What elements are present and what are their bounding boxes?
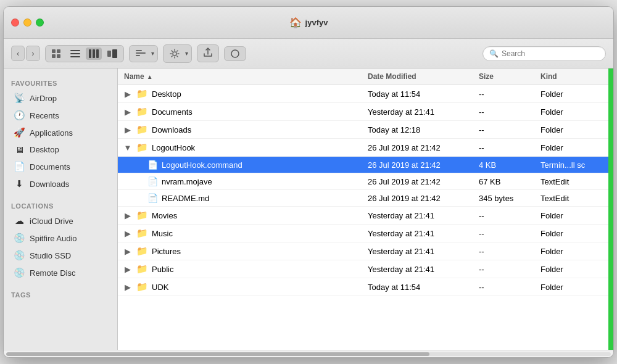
disclosure-collapsed-icon: ▶ [124,126,131,133]
file-size-cell: -- [473,86,534,102]
svg-rect-1 [57,49,60,53]
close-button[interactable] [11,19,19,27]
file-date-cell: Yesterday at 21:41 [362,262,473,277]
svg-rect-8 [93,49,95,58]
sidebar-item-spitfire[interactable]: 💿 Spitfire Audio [6,230,115,247]
window-title: 🏠 jyvfyv [289,17,328,28]
window-title-text: jyvfyv [305,18,328,27]
view-list-btn[interactable] [67,48,83,60]
col-header-date[interactable]: Date Modified [362,68,473,85]
svg-rect-11 [112,49,117,58]
desktop-icon: 🖥 [14,144,25,155]
svg-rect-4 [70,50,80,51]
bottom-scrollbar[interactable] [4,350,613,357]
tag-button[interactable] [224,46,246,61]
svg-rect-0 [52,49,56,53]
sidebar-item-studio[interactable]: 💿 Studio SSD [6,247,115,264]
folder-icon: 📁 [136,263,148,275]
maximize-button[interactable] [36,19,44,27]
minimize-button[interactable] [23,19,31,27]
no-disclosure [135,161,143,168]
file-date-cell: Yesterday at 21:41 [362,208,473,223]
file-name-text: README.md [162,194,209,203]
table-row[interactable]: ▶ 📁 Documents Yesterday at 21:41 -- Fold… [118,103,608,121]
table-row[interactable]: ▶ 📁 Public Yesterday at 21:41 -- Folder [118,260,608,278]
disclosure-collapsed-icon: ▶ [124,212,131,219]
file-date-text: Yesterday at 21:41 [368,107,434,117]
table-row[interactable]: ▶ 📁 UDK Today at 11:54 -- Folder [118,278,608,296]
action-btn[interactable] [167,47,183,60]
file-date-cell: Yesterday at 21:41 [362,244,473,259]
table-row[interactable]: ▶ 📁 Music Yesterday at 21:41 -- Folder [118,225,608,242]
sidebar-item-applications[interactable]: 🚀 Applications [6,124,115,141]
file-date-text: Yesterday at 21:41 [368,211,434,220]
disclosure-collapsed-icon: ▶ [124,247,131,255]
table-row[interactable]: ▶ 📁 Pictures Yesterday at 21:41 -- Folde… [118,242,608,260]
col-header-name[interactable]: Name ▲ [118,68,362,85]
view-icon-btn[interactable] [49,48,65,60]
folder-icon: 📁 [136,142,148,153]
folder-icon: 📁 [136,124,148,135]
sidebar-item-icloud[interactable]: ☁ iCloud Drive [6,212,115,230]
table-row[interactable]: ▶ 📁 Movies Yesterday at 21:41 -- Folder [118,207,608,225]
sidebar-item-desktop-label: Desktop [30,145,59,154]
file-size-cell: -- [473,262,534,277]
file-date-cell: Today at 11:54 [362,279,473,295]
file-size-text: 67 KB [479,177,500,186]
studio-icon: 💿 [14,250,25,261]
file-date-text: Today at 11:54 [368,283,420,292]
file-kind-text: Folder [540,89,563,99]
table-row[interactable]: 📄 LogoutHook.command 26 Jul 2019 at 21:4… [118,157,608,173]
sidebar-item-desktop[interactable]: 🖥 Desktop [6,141,115,158]
file-name-cell: 📄 README.md [118,190,362,206]
col-header-size[interactable]: Size [473,68,534,85]
table-row[interactable]: 📄 README.md 26 Jul 2019 at 21:42 345 byt… [118,190,608,207]
sidebar-item-documents[interactable]: 📄 Documents [6,158,115,175]
sidebar-item-documents-label: Documents [30,162,70,172]
file-kind-cell: Folder [534,208,608,223]
sidebar-item-recents[interactable]: 🕐 Recents [6,107,115,124]
table-row[interactable]: ▶ 📁 Desktop Today at 11:54 -- Folder [118,85,608,103]
file-kind-text: Folder [540,107,563,117]
arrange-btn[interactable] [133,48,149,60]
file-kind-text: Termin...ll sc [540,160,585,170]
file-kind-text: Folder [540,211,563,220]
file-icon: 📄 [147,193,158,203]
disclosure-collapsed-icon: ▶ [124,108,131,115]
horizontal-scrollbar-track[interactable] [6,352,611,356]
sidebar-item-downloads-label: Downloads [30,180,69,189]
back-button[interactable]: ‹ [11,46,25,61]
file-rows-container: ▶ 📁 Desktop Today at 11:54 -- Folder ▶ 📁… [118,85,608,296]
search-input[interactable] [502,49,599,58]
table-row[interactable]: ▼ 📁 LogoutHook 26 Jul 2019 at 21:42 -- F… [118,139,608,157]
file-size-text: -- [479,89,484,99]
file-date-cell: 26 Jul 2019 at 21:42 [362,157,473,173]
view-cover-btn[interactable] [104,48,120,60]
disclosure-expanded-icon: ▼ [124,144,131,151]
icloud-icon: ☁ [14,215,25,226]
file-size-text: -- [479,283,484,292]
sidebar-item-remote[interactable]: 💿 Remote Disc [6,264,115,281]
table-row[interactable]: ▶ 📁 Downloads Today at 12:18 -- Folder [118,121,608,139]
file-kind-text: Folder [540,283,563,292]
file-date-cell: Today at 11:54 [362,86,473,102]
forward-button[interactable]: › [26,46,39,61]
share-button[interactable] [197,44,219,62]
file-date-text: 26 Jul 2019 at 21:42 [368,177,441,186]
table-row[interactable]: 📄 nvram.mojave 26 Jul 2019 at 21:42 67 K… [118,173,608,190]
horizontal-scrollbar-thumb[interactable] [6,352,429,356]
svg-point-15 [173,52,176,56]
file-list: Name ▲ Date Modified Size Kind ▶ 📁 Deskt… [118,68,608,350]
col-header-kind[interactable]: Kind [534,68,608,85]
view-columns-btn[interactable] [86,48,102,60]
file-name-text: LogoutHook.command [162,160,242,170]
view-mode-group [45,45,124,62]
sidebar-item-downloads[interactable]: ⬇ Downloads [6,175,115,192]
favourites-section-title: Favourites [4,75,117,89]
folder-icon: 📁 [136,106,148,117]
tags-section-title: Tags [4,286,117,301]
file-kind-cell: Folder [534,86,608,102]
airdrop-icon: 📡 [14,93,25,104]
file-size-text: 345 bytes [479,194,513,203]
sidebar-item-airdrop[interactable]: 📡 AirDrop [6,89,115,107]
